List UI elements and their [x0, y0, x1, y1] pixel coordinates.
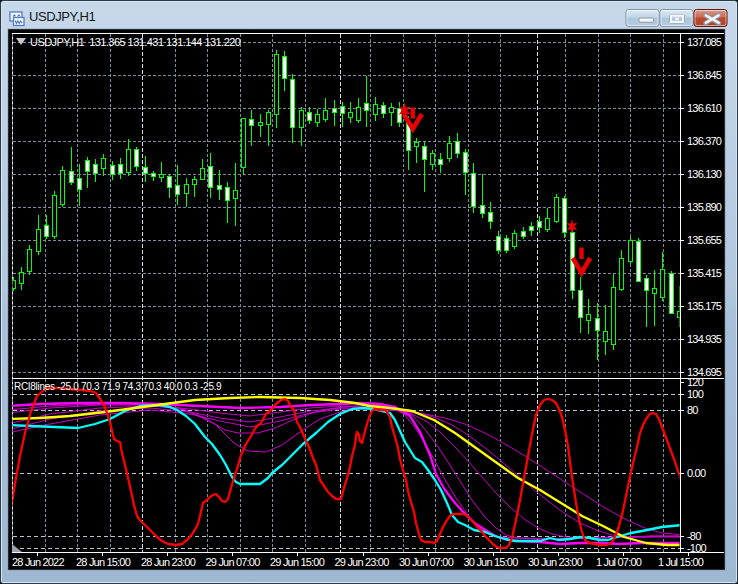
svg-text:30 Jun 23:00: 30 Jun 23:00 [528, 556, 583, 568]
svg-text:135.655: 135.655 [687, 234, 722, 246]
svg-text:136.130: 136.130 [687, 168, 722, 180]
svg-text:-80: -80 [687, 530, 701, 542]
svg-text:136.845: 136.845 [687, 69, 722, 81]
svg-text:28 Jun 2022: 28 Jun 2022 [12, 556, 64, 568]
svg-text:100: 100 [687, 388, 704, 400]
svg-text:80: 80 [687, 404, 698, 416]
svg-text:0.00: 0.00 [687, 467, 706, 479]
svg-text:29 Jun 07:00: 29 Jun 07:00 [206, 556, 261, 568]
svg-text:USDJPY,H1 131.365 131.431 131: USDJPY,H1 131.365 131.431 131.144 131.22… [30, 36, 241, 48]
svg-text:1 Jul 15:00: 1 Jul 15:00 [658, 556, 704, 568]
svg-text:120: 120 [687, 376, 704, 388]
svg-text:137.085: 137.085 [687, 36, 722, 48]
svg-text:136.370: 136.370 [687, 135, 722, 147]
svg-text:136.610: 136.610 [687, 102, 722, 114]
svg-text:-100: -100 [687, 542, 706, 554]
svg-text:1 Jul 07:00: 1 Jul 07:00 [596, 556, 642, 568]
svg-text:RCI8lines -25.0 70.3 71.9 74.3: RCI8lines -25.0 70.3 71.9 74.3 70.3 40.0… [14, 381, 222, 392]
svg-text:135.890: 135.890 [687, 201, 722, 213]
svg-text:28 Jun 15:00: 28 Jun 15:00 [76, 556, 131, 568]
svg-text:29 Jun 23:00: 29 Jun 23:00 [335, 556, 390, 568]
svg-text:USDJPY,H1: USDJPY,H1 [29, 9, 95, 24]
svg-text:135.175: 135.175 [687, 300, 722, 312]
svg-text:29 Jun 15:00: 29 Jun 15:00 [270, 556, 325, 568]
svg-text:30 Jun 07:00: 30 Jun 07:00 [399, 556, 454, 568]
svg-text:134.935: 134.935 [687, 333, 722, 345]
svg-text:135.415: 135.415 [687, 267, 722, 279]
svg-text:28 Jun 23:00: 28 Jun 23:00 [141, 556, 196, 568]
svg-text:30 Jun 15:00: 30 Jun 15:00 [464, 556, 519, 568]
